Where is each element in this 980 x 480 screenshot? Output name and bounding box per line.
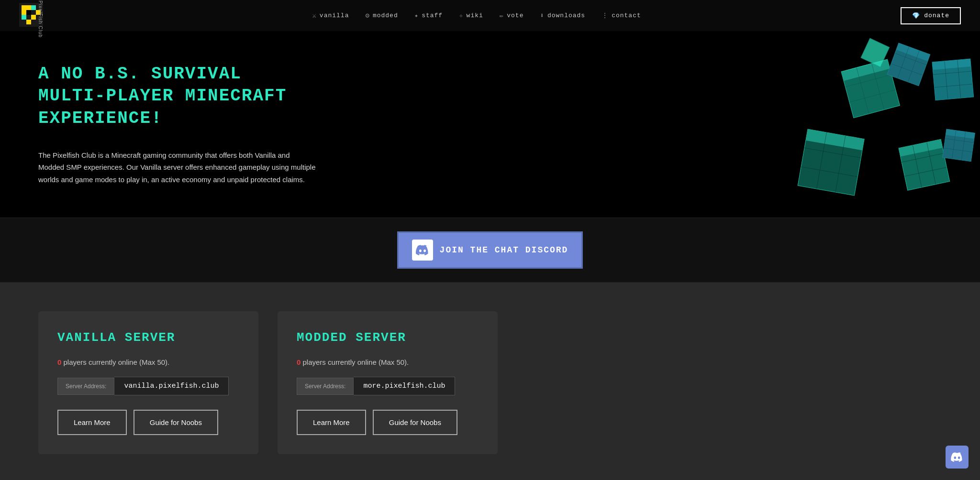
discord-logo-icon <box>412 240 433 261</box>
vote-icon: ✏ <box>500 11 504 20</box>
svg-rect-2 <box>26 5 31 10</box>
vanilla-icon: ⚔ <box>312 11 316 20</box>
modded-address-label: Server Address: <box>297 378 354 395</box>
modded-players-online: 0 players currently online (Max 50). <box>297 358 479 366</box>
svg-rect-3 <box>22 10 26 15</box>
modded-server-card: Modded Server 0 players currently online… <box>278 311 498 454</box>
svg-rect-5 <box>31 5 36 10</box>
svg-rect-4 <box>26 10 31 15</box>
nav-vanilla[interactable]: ⚔ vanilla <box>305 8 356 23</box>
vanilla-server-card: Vanilla Server 0 players currently onlin… <box>38 311 258 454</box>
vanilla-players-online: 0 players currently online (Max 50). <box>57 358 239 366</box>
downloads-icon: ⬇ <box>540 11 544 20</box>
modded-card-buttons: Learn More Guide for Noobs <box>297 410 479 435</box>
vanilla-server-title: Vanilla Server <box>57 330 239 345</box>
nav-vote[interactable]: ✏ vote <box>493 8 531 23</box>
modded-icon: ⚙ <box>365 11 369 20</box>
svg-rect-1 <box>22 5 26 10</box>
vanilla-address-row: Server Address: vanilla.pixelfish.club <box>57 377 239 395</box>
discord-join-button[interactable]: JOIN THE CHAT DISCORD <box>397 231 583 269</box>
nav-wiki[interactable]: ✧ wiki <box>452 8 490 23</box>
discord-button-label: JOIN THE CHAT DISCORD <box>440 245 568 255</box>
nav-downloads[interactable]: ⬇ downloads <box>533 8 592 23</box>
discord-banner: JOIN THE CHAT DISCORD <box>0 218 980 283</box>
vanilla-address-label: Server Address: <box>57 378 114 395</box>
wiki-icon: ✧ <box>459 11 463 20</box>
modded-server-title: Modded Server <box>297 330 479 345</box>
modded-learn-more-button[interactable]: Learn More <box>297 410 366 435</box>
contact-icon: ⋮ <box>601 11 609 20</box>
logo-wrapper: PixelFish Club <box>19 3 43 29</box>
servers-section: Vanilla Server 0 players currently onlin… <box>0 283 980 480</box>
vanilla-guide-button[interactable]: Guide for Noobs <box>134 410 218 435</box>
modded-address-row: Server Address: more.pixelfish.club <box>297 377 479 395</box>
hero-content: A No B.S. Survival Multi-Player Minecraf… <box>0 34 359 215</box>
vanilla-address-value: vanilla.pixelfish.club <box>114 377 229 395</box>
svg-rect-6 <box>22 15 26 20</box>
hero-section: A No B.S. Survival Multi-Player Minecraf… <box>0 31 980 218</box>
nav-staff[interactable]: ✦ staff <box>408 8 449 23</box>
minecraft-blocks-visual <box>736 33 975 215</box>
hero-description: The Pixelfish Club is a Minecraft gaming… <box>38 149 316 186</box>
navbar: PixelFish Club ⚔ vanilla ⚙ modded ✦ staf… <box>0 0 980 31</box>
hero-title: A No B.S. Survival Multi-Player Minecraf… <box>38 63 321 130</box>
donate-button[interactable]: 💎 Donate <box>901 7 961 24</box>
modded-guide-button[interactable]: Guide for Noobs <box>373 410 457 435</box>
discord-float-button[interactable] <box>946 446 969 469</box>
staff-icon: ✦ <box>414 11 419 20</box>
nav-contact[interactable]: ⋮ contact <box>595 8 648 23</box>
nav-links: ⚔ vanilla ⚙ modded ✦ staff ✧ wiki ✏ vote… <box>53 8 901 23</box>
nav-modded[interactable]: ⚙ modded <box>358 8 404 23</box>
logo-text: PixelFish Club <box>38 0 43 38</box>
donate-icon: 💎 <box>912 12 920 20</box>
vanilla-learn-more-button[interactable]: Learn More <box>57 410 127 435</box>
modded-address-value: more.pixelfish.club <box>354 377 455 395</box>
svg-rect-7 <box>31 15 36 20</box>
svg-rect-9 <box>26 20 31 24</box>
vanilla-card-buttons: Learn More Guide for Noobs <box>57 410 239 435</box>
hero-image <box>731 31 980 218</box>
